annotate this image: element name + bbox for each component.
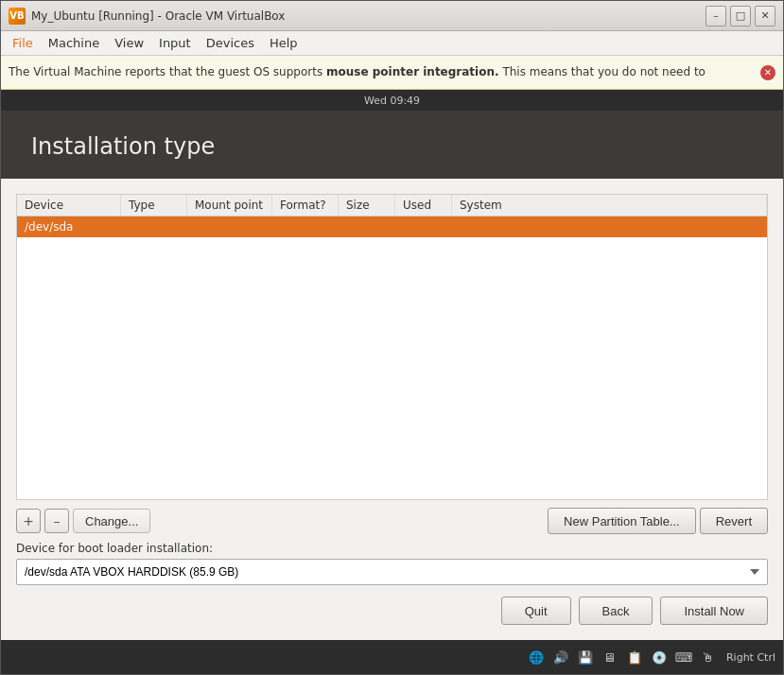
revert-button[interactable]: Revert [700,508,768,534]
menu-view[interactable]: View [107,34,151,52]
install-header: Installation type [1,111,783,179]
usb-icon: 💾 [575,647,596,667]
right-ctrl-label: Right Ctrl [726,651,775,664]
vm-bottom-bar: 🌐 🔊 💾 🖥 📋 💿 ⌨ 🖱 Right Ctrl [1,640,783,674]
col-header-size: Size [339,195,395,216]
cell-type [121,225,187,229]
display-icon: 🖥 [600,647,620,667]
cell-mount [187,225,272,229]
main-content: Installation type Device Type Mount poin… [1,111,783,640]
app-icon: VB [9,8,26,25]
notification-icons: ✕ [757,65,775,80]
vm-clock: Wed 09:49 [364,95,420,107]
col-header-device: Device [17,195,121,216]
col-header-system: System [452,195,767,216]
window-title: My_Ubuntu [Running] - Oracle VM VirtualB… [31,9,706,23]
menu-file[interactable]: File [5,34,41,52]
remove-partition-button[interactable]: – [44,509,69,533]
table-header: Device Type Mount point Format? Size Use… [17,195,767,216]
title-bar: VB My_Ubuntu [Running] - Oracle VM Virtu… [1,1,783,31]
quit-button[interactable]: Quit [501,597,571,625]
install-now-button[interactable]: Install Now [660,597,768,625]
partition-action-buttons: + – Change... New Partition Table... Rev… [16,508,768,534]
partition-table: Device Type Mount point Format? Size Use… [16,194,768,500]
col-header-type: Type [121,195,187,216]
maximize-button[interactable]: □ [730,6,751,26]
table-body: /dev/sda [17,216,767,499]
menu-machine[interactable]: Machine [41,34,107,52]
menu-help[interactable]: Help [262,34,305,52]
close-button[interactable]: ✕ [755,6,775,26]
nav-buttons: Quit Back Install Now [16,597,768,625]
back-button[interactable]: Back [579,597,653,625]
table-row[interactable]: /dev/sda [17,216,767,237]
window-controls: – □ ✕ [706,6,775,26]
cell-size [339,225,395,229]
clipboard-icon: 📋 [624,647,645,667]
notification-text: The Virtual Machine reports that the gue… [9,64,749,80]
cell-used [395,225,452,229]
col-header-format: Format? [272,195,339,216]
page-title: Installation type [31,133,753,160]
mouse-icon: 🖱 [698,647,719,667]
change-button[interactable]: Change... [73,509,150,533]
main-window: VB My_Ubuntu [Running] - Oracle VM Virtu… [0,0,784,675]
bootloader-section: Device for boot loader installation: /de… [16,542,768,585]
col-header-used: Used [395,195,452,216]
audio-icon: 🔊 [550,647,571,667]
menu-input[interactable]: Input [151,34,199,52]
add-partition-button[interactable]: + [16,509,41,533]
content-panel: Device Type Mount point Format? Size Use… [1,179,783,640]
vm-top-bar: Wed 09:49 [1,90,783,111]
bootloader-label: Device for boot loader installation: [16,542,768,555]
disk-icon: 💿 [649,647,670,667]
cell-system [452,225,767,229]
network-icon: 🌐 [526,647,547,667]
menu-bar: File Machine View Input Devices Help [1,31,783,56]
notification-bar: The Virtual Machine reports that the gue… [1,56,783,90]
notification-close-button[interactable]: ✕ [760,65,775,80]
menu-devices[interactable]: Devices [199,34,262,52]
bootloader-select[interactable]: /dev/sda ATA VBOX HARDDISK (85.9 GB) [16,559,768,585]
minimize-button[interactable]: – [706,6,726,26]
col-header-mount: Mount point [187,195,272,216]
cell-device: /dev/sda [17,218,121,235]
cell-format [272,225,339,229]
new-partition-table-button[interactable]: New Partition Table... [548,508,696,534]
keyboard-icon: ⌨ [673,647,694,667]
